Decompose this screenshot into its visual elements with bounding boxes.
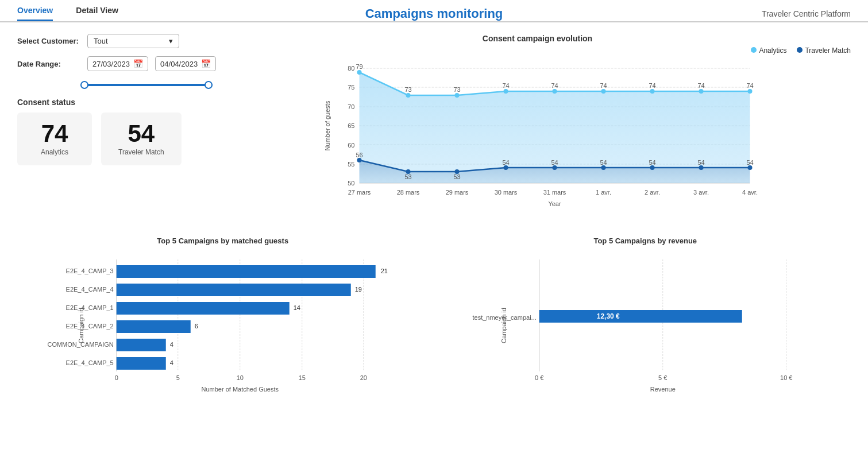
date-range-slider[interactable] xyxy=(80,84,213,86)
svg-text:73: 73 xyxy=(404,86,411,93)
svg-text:28 mars: 28 mars xyxy=(397,189,420,196)
analytics-dot-7 xyxy=(699,89,704,94)
svg-text:test_nmeyer_campai...: test_nmeyer_campai... xyxy=(472,314,536,321)
consent-status-title: Consent status xyxy=(17,98,213,107)
analytics-dot-5 xyxy=(601,89,606,94)
customer-value: Tout xyxy=(94,37,108,45)
svg-text:E2E_4_CAMP_5: E2E_4_CAMP_5 xyxy=(66,359,114,366)
svg-text:54: 54 xyxy=(746,159,753,166)
svg-text:COMMON_CAMPAIGN: COMMON_CAMPAIGN xyxy=(47,341,113,348)
analytics-dot-4 xyxy=(553,89,557,94)
svg-text:0: 0 xyxy=(115,374,118,381)
svg-text:74: 74 xyxy=(697,82,704,89)
svg-text:73: 73 xyxy=(453,86,460,93)
revenue-x-axis-title: Revenue xyxy=(650,386,675,393)
date-to-input[interactable]: 04/04/2023 📅 xyxy=(155,56,216,71)
tab-overview[interactable]: Overview xyxy=(17,6,53,21)
svg-text:4: 4 xyxy=(170,359,173,366)
bar-camp5 xyxy=(117,357,166,370)
bar-chart-revenue: Top 5 Campaigns by revenue Campaign id 0… xyxy=(440,237,851,402)
analytics-dot-8 xyxy=(748,89,753,94)
customer-label: Select Customer: xyxy=(17,37,80,45)
svg-text:74: 74 xyxy=(600,82,607,89)
svg-text:65: 65 xyxy=(348,122,354,129)
svg-text:27 mars: 27 mars xyxy=(348,189,371,196)
svg-text:50: 50 xyxy=(348,180,354,187)
svg-text:74: 74 xyxy=(502,82,509,89)
svg-text:53: 53 xyxy=(404,173,411,180)
traveler-dot-7 xyxy=(699,165,704,170)
bar-chart-guests-title: Top 5 Campaigns by matched guests xyxy=(17,237,429,245)
traveler-dot-3 xyxy=(504,165,508,170)
svg-text:6: 6 xyxy=(195,323,198,330)
svg-text:54: 54 xyxy=(551,159,558,166)
traveler-dot-8 xyxy=(748,165,753,170)
analytics-dot-6 xyxy=(650,89,655,94)
traveler-dot-0 xyxy=(357,158,362,162)
analytics-metric-card: 74 Analytics xyxy=(17,113,92,165)
svg-text:54: 54 xyxy=(697,159,704,166)
svg-text:74: 74 xyxy=(551,82,558,89)
page-title: Campaigns monitoring xyxy=(365,6,503,21)
svg-text:31 mars: 31 mars xyxy=(543,189,566,196)
analytics-dot-0 xyxy=(357,70,362,75)
svg-text:20: 20 xyxy=(360,374,367,381)
analytics-value: 74 xyxy=(34,122,75,146)
line-chart-title: Consent campaign evolution xyxy=(224,34,851,43)
svg-text:3 avr.: 3 avr. xyxy=(693,189,709,196)
svg-text:80: 80 xyxy=(348,65,354,72)
platform-name: Traveler Centric Platform xyxy=(762,9,851,18)
svg-text:54: 54 xyxy=(502,159,509,166)
svg-text:60: 60 xyxy=(348,142,354,149)
revenue-bar-label: 12,30 € xyxy=(596,312,619,320)
slider-thumb-left[interactable] xyxy=(80,81,88,89)
svg-text:10 €: 10 € xyxy=(780,374,792,381)
date-from-value: 27/03/2023 xyxy=(92,60,130,68)
guests-x-axis-title: Number of Matched Guests xyxy=(201,386,279,393)
svg-text:54: 54 xyxy=(649,159,655,166)
bar-camp2 xyxy=(117,320,191,333)
bar-camp1 xyxy=(117,302,290,315)
traveler-value: 54 xyxy=(118,122,164,146)
svg-text:E2E_4_CAMP_2: E2E_4_CAMP_2 xyxy=(66,323,114,330)
bar-camp3 xyxy=(117,265,376,278)
svg-text:1 avr.: 1 avr. xyxy=(596,189,611,196)
line-chart-svg-container: 50 55 60 65 70 75 80 Number of guests 27… xyxy=(224,57,851,219)
svg-text:21: 21 xyxy=(381,268,388,274)
revenue-bar-chart-svg: Campaign id 0 € 5 € 10 € Revenue test_nm… xyxy=(440,251,851,400)
legend-analytics: Analytics xyxy=(759,46,786,55)
analytics-dot-2 xyxy=(455,93,460,98)
bar-camp4 xyxy=(117,284,351,296)
y-axis-title: Number of guests xyxy=(324,100,331,150)
chart-legend: Analytics Traveler Match xyxy=(224,46,851,55)
customer-select[interactable]: Tout ▾ xyxy=(87,34,179,48)
date-to-value: 04/04/2023 xyxy=(160,60,198,68)
svg-text:29 mars: 29 mars xyxy=(446,189,469,196)
svg-text:15: 15 xyxy=(299,374,306,381)
svg-text:5: 5 xyxy=(176,374,180,381)
guests-bar-chart-svg: Campaign id 0 5 10 15 20 Number of Match… xyxy=(17,251,429,400)
svg-text:30 mars: 30 mars xyxy=(495,189,518,196)
svg-text:0 €: 0 € xyxy=(535,374,543,381)
svg-text:4 avr.: 4 avr. xyxy=(742,189,758,196)
svg-text:E2E_4_CAMP_1: E2E_4_CAMP_1 xyxy=(66,304,114,311)
svg-text:56: 56 xyxy=(356,152,362,158)
chevron-down-icon: ▾ xyxy=(169,37,173,45)
date-range-label: Date Range: xyxy=(17,60,80,68)
svg-text:E2E_4_CAMP_3: E2E_4_CAMP_3 xyxy=(66,268,114,274)
svg-text:10: 10 xyxy=(237,374,244,381)
legend-traveler: Traveler Match xyxy=(805,46,851,55)
traveler-dot-6 xyxy=(650,165,655,170)
svg-text:5 €: 5 € xyxy=(658,374,667,381)
slider-thumb-right[interactable] xyxy=(205,81,213,89)
date-from-input[interactable]: 27/03/2023 📅 xyxy=(87,56,148,71)
bar-common xyxy=(117,339,166,351)
svg-text:14: 14 xyxy=(294,304,300,311)
analytics-dot-3 xyxy=(504,89,508,94)
traveler-metric-card: 54 Traveler Match xyxy=(101,113,182,165)
svg-text:75: 75 xyxy=(348,84,354,91)
revenue-y-axis-title: Campaign id xyxy=(500,308,507,343)
tab-detail-view[interactable]: Detail View xyxy=(76,6,118,21)
traveler-dot-4 xyxy=(553,165,557,170)
calendar-to-icon: 📅 xyxy=(201,59,211,68)
